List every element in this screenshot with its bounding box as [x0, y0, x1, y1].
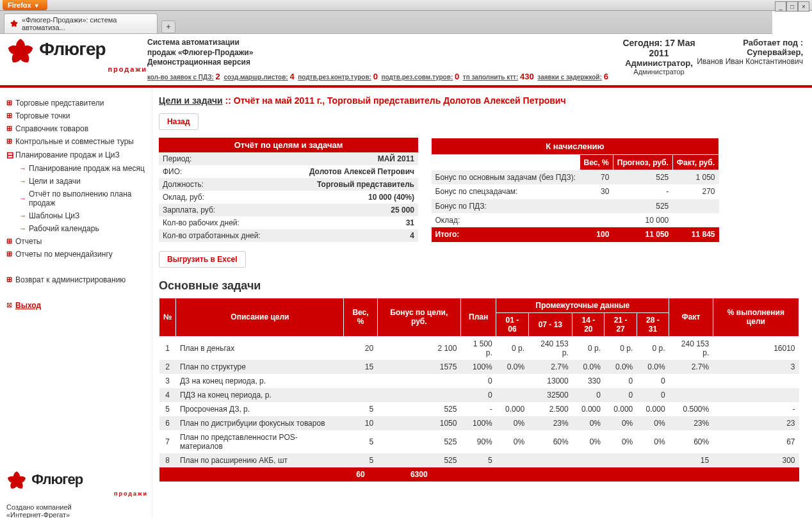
sidebar-item-return-admin[interactable]: ⊞Возврат к администрированию	[6, 273, 148, 286]
table-row: 3ДЗ на конец периода, р.01300033000	[159, 374, 799, 388]
table-row: 2План по структуре151575100%0.0%2.7%0.0%…	[159, 360, 799, 374]
table-row: 7План по представленности POS-материалов…	[159, 430, 799, 453]
breadcrumb-current: Отчёт на май 2011 г., Торговый представи…	[234, 95, 566, 106]
report-info-header: Отчёт по целям и задачам	[159, 138, 418, 152]
works-under-block: Работает под : Супервайзер, Иванов Иван …	[697, 38, 803, 84]
sidebar-item-tours[interactable]: ⊞Контрольные и совместные туры	[6, 135, 148, 148]
sidebar-item-points[interactable]: ⊞Торговые точки	[6, 109, 148, 122]
stat-joint-tours[interactable]: подтв.рез.совм.туров:	[381, 74, 453, 81]
table-row: 6План по дистрибуции фокусных товаров101…	[159, 416, 799, 430]
sidebar-item-merch[interactable]: ⊞Отчеты по мерчендайзингу	[6, 248, 148, 261]
sidebar-item-goods[interactable]: ⊞Справочник товаров	[6, 122, 148, 135]
logo: Флюгер продажи	[6, 38, 147, 84]
content-area: Цели и задачи :: Отчёт на май 2011 г., Т…	[152, 88, 812, 518]
sidebar-item-planning[interactable]: ⊟Планирование продаж и ЦиЗ	[6, 148, 148, 162]
sidebar-sub-month-plan[interactable]: →Планирование продаж на месяц	[6, 162, 148, 175]
sidebar: ⊞Торговые представители ⊞Торговые точки …	[0, 88, 152, 518]
close-button[interactable]: ×	[798, 1, 809, 12]
sidebar-item-reps[interactable]: ⊞Торговые представители	[6, 97, 148, 109]
sidebar-sub-goals[interactable]: →Цели и задачи	[6, 175, 148, 188]
calc-header: К начислению	[432, 138, 719, 155]
stat-route[interactable]: созд.маршр.листов:	[223, 74, 288, 81]
sidebar-sub-calendar[interactable]: →Рабочий календарь	[6, 222, 148, 235]
tab-title: «Флюгер-Продажи»: система автоматиза...	[22, 16, 152, 31]
sidebar-sub-templates[interactable]: →Шаблоны ЦиЗ	[6, 209, 148, 222]
table-row: 4ПДЗ на конец периода, р.032500000	[159, 388, 799, 402]
date-block: Сегодня: 17 Мая 2011 Администратор, Адми…	[621, 38, 697, 84]
stat-pdz[interactable]: кол-во заявок с ПДЗ:	[147, 74, 214, 81]
stat-delayed[interactable]: заявки с задержкой:	[537, 74, 602, 81]
breadcrumb: Цели и задачи :: Отчёт на май 2011 г., Т…	[159, 95, 799, 106]
sidebar-item-reports[interactable]: ⊞Отчеты	[6, 235, 148, 248]
logo-text: Флюгер	[39, 39, 105, 59]
firefox-menu-button[interactable]: Firefox▼	[3, 0, 47, 10]
minimize-button[interactable]: _	[775, 1, 786, 12]
sidebar-item-exit[interactable]: ⊠Выход	[6, 299, 148, 312]
browser-tab[interactable]: «Флюгер-Продажи»: система автоматиза...	[4, 13, 158, 33]
sidebar-sub-report[interactable]: →Отчёт по выполнению плана продаж	[6, 188, 148, 209]
stat-ktt[interactable]: тп заполнить ктт:	[463, 74, 519, 81]
company-link[interactable]: «Интернет-Фрегат»	[6, 511, 70, 518]
new-tab-button[interactable]: +	[161, 20, 175, 33]
stat-ctrl-tours[interactable]: подтв.рез.контр.туров:	[298, 74, 371, 81]
table-row: 8План по расширению АКБ, шт5525515300	[159, 453, 799, 467]
tab-favicon	[10, 19, 19, 28]
back-button[interactable]: Назад	[159, 113, 199, 130]
report-info-table: Отчёт по целям и задачам Период:МАЙ 2011…	[159, 138, 418, 242]
footer-created: Создано компанией «Интернет-Фрегат»	[6, 503, 148, 518]
main-tasks-heading: Основные задачи	[159, 279, 799, 293]
tasks-table: № Описание цели Вес, % Бонус по цели, ру…	[159, 298, 799, 482]
table-row: 5Просроченая ДЗ, р.5525-0.0002.5000.0000…	[159, 402, 799, 416]
system-description: Система автоматизации продаж «Флюгер-Про…	[147, 38, 621, 84]
logo-icon	[6, 38, 35, 68]
breadcrumb-root[interactable]: Цели и задачи	[159, 95, 223, 106]
footer-logo: Флюгер продажи	[6, 471, 148, 497]
app-header: Флюгер продажи Система автоматизации про…	[0, 34, 812, 88]
tabs-bar: «Флюгер-Продажи»: система автоматиза... …	[0, 11, 772, 34]
browser-chrome: Firefox▼ _ □ ×	[0, 0, 812, 11]
calculation-table: К начислению Вес, %Прогноз, руб.Факт, ру…	[431, 138, 719, 242]
table-row: 1План в деньгах202 1001 500 р.0 р.240 15…	[159, 336, 799, 360]
maximize-button[interactable]: □	[786, 1, 798, 12]
export-excel-button[interactable]: Выгрузить в Excel	[159, 251, 246, 268]
